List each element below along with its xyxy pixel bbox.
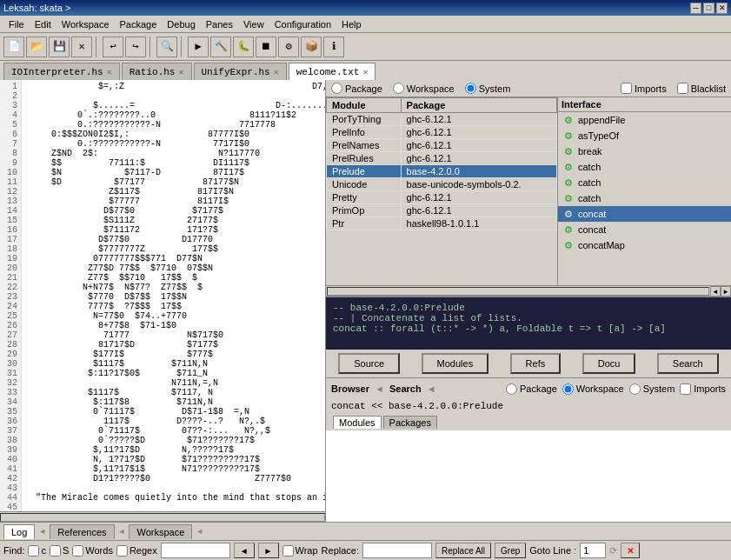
menu-file[interactable]: File: [3, 17, 30, 31]
grep-button[interactable]: Grep: [495, 543, 526, 558]
bottom-radio-sys-input[interactable]: [629, 383, 641, 395]
bottom-radio-package[interactable]: Package: [506, 383, 557, 395]
find-c-input[interactable]: [28, 545, 39, 557]
editor-hscroll[interactable]: [0, 511, 325, 522]
table-row[interactable]: PrelNamesghc-6.12.1: [327, 139, 557, 152]
interface-item-appendFile[interactable]: ⚙ appendFile: [558, 112, 731, 128]
goto-line-input[interactable]: [580, 543, 606, 558]
interface-item-asTypeOf[interactable]: ⚙ asTypeOf: [558, 128, 731, 143]
blacklist-checkbox[interactable]: [677, 83, 688, 94]
table-row[interactable]: Ptrhaskell98-1.0.1.1: [327, 217, 557, 230]
table-row[interactable]: PrelInfoghc-6.12.1: [327, 126, 557, 139]
table-row[interactable]: Unicodebase-unicode-symbols-0.2.: [327, 178, 557, 191]
tab-close-welcome[interactable]: ✕: [362, 67, 368, 77]
interface-item-catch1[interactable]: ⚙ catch: [558, 159, 731, 175]
redo-button[interactable]: ↪: [125, 37, 146, 57]
wrap-checkbox[interactable]: Wrap: [282, 545, 318, 557]
find-words-input[interactable]: [72, 545, 83, 557]
wrap-input[interactable]: [282, 545, 294, 557]
find-checkbox-c[interactable]: c: [28, 545, 46, 557]
find-checkbox-s[interactable]: S: [50, 545, 69, 557]
replace-text-input[interactable]: [362, 543, 432, 558]
menu-debug[interactable]: Debug: [162, 17, 200, 31]
menu-workspace[interactable]: Workspace: [56, 17, 115, 31]
checkbox-blacklist[interactable]: Blacklist: [677, 83, 726, 94]
module-hscroll[interactable]: ◄ ►: [326, 285, 731, 296]
refs-button[interactable]: Refs: [510, 353, 562, 374]
new-button[interactable]: 📄: [3, 37, 24, 57]
info-button[interactable]: ℹ: [323, 37, 344, 57]
interface-item-concat2[interactable]: ⚙ concat: [558, 222, 731, 237]
tab-ratio[interactable]: Ratio.hs ✕: [122, 63, 192, 80]
find-regex-input[interactable]: [116, 545, 128, 557]
replace-all-button[interactable]: Replace All: [435, 543, 491, 558]
table-row-selected[interactable]: Preludebase-4.2.0.0: [327, 165, 557, 178]
run-button[interactable]: ▶: [188, 37, 209, 57]
debug-button[interactable]: 🐛: [233, 37, 254, 57]
docu-button[interactable]: Docu: [582, 353, 636, 374]
menu-package[interactable]: Package: [115, 17, 163, 31]
radio-package-input[interactable]: [331, 83, 342, 94]
find-text-input[interactable]: [161, 543, 230, 558]
bottom-radio-workspace[interactable]: Workspace: [562, 383, 624, 395]
log-tab-references[interactable]: References: [50, 524, 114, 539]
open-button[interactable]: 📂: [26, 37, 47, 57]
bottom-radio-system[interactable]: System: [629, 383, 675, 395]
interface-item-catch2[interactable]: ⚙ catch: [558, 175, 731, 190]
radio-system-input[interactable]: [465, 83, 476, 94]
code-editor[interactable]: $=,:Z D7,......:$ $......= D-:........$ …: [22, 80, 325, 511]
find-next-button[interactable]: ►: [258, 543, 279, 558]
tab-unify-expr[interactable]: UnifyExpr.hs ✕: [194, 63, 287, 80]
menu-panes[interactable]: Panes: [201, 17, 238, 31]
settings-icon[interactable]: ⚙: [278, 37, 299, 57]
minimize-button[interactable]: ─: [690, 3, 701, 14]
checkbox-imports[interactable]: Imports: [621, 83, 667, 94]
table-row[interactable]: PorTyThingghc-6.12.1: [327, 113, 557, 126]
tab-welcome[interactable]: welcome.txt ✕: [289, 63, 376, 80]
close-file-button[interactable]: ✕: [71, 37, 92, 57]
modules-button[interactable]: Modules: [422, 353, 489, 374]
find-close-button[interactable]: ✕: [621, 543, 640, 558]
find-prev-button[interactable]: ◄: [234, 543, 255, 558]
table-row[interactable]: Prettyghc-6.12.1: [327, 191, 557, 204]
radio-workspace[interactable]: Workspace: [393, 83, 455, 94]
interface-item-catch3[interactable]: ⚙ catch: [558, 190, 731, 206]
interface-item-concatMap[interactable]: ⚙ concatMap: [558, 237, 731, 253]
save-button[interactable]: 💾: [49, 37, 70, 57]
table-row[interactable]: PrimOpghc-6.12.1: [327, 204, 557, 217]
undo-button[interactable]: ↩: [103, 37, 123, 57]
bottom-imports-input[interactable]: [680, 383, 691, 395]
menu-edit[interactable]: Edit: [30, 17, 56, 31]
menu-help[interactable]: Help: [336, 17, 367, 31]
build-button[interactable]: 🔨: [210, 37, 231, 57]
tab-close-unify[interactable]: ✕: [274, 67, 279, 77]
close-button[interactable]: ✕: [716, 3, 728, 14]
find-checkbox-regex[interactable]: Regex: [116, 545, 157, 557]
tab-io-interpreter[interactable]: IOInterpreter.hs ✕: [3, 63, 120, 80]
find-checkbox-words[interactable]: Words: [72, 545, 113, 557]
bottom-imports-checkbox[interactable]: Imports: [680, 383, 726, 395]
package-button[interactable]: 📦: [301, 37, 322, 57]
source-button[interactable]: Source: [338, 353, 400, 374]
interface-item-break[interactable]: ⚙ break: [558, 143, 731, 159]
radio-workspace-input[interactable]: [393, 83, 404, 94]
log-tab-workspace[interactable]: Workspace: [129, 524, 192, 539]
search-button[interactable]: Search: [657, 353, 719, 374]
radio-system[interactable]: System: [465, 83, 511, 94]
log-tab-log[interactable]: Log: [3, 524, 35, 539]
bottom-radio-ws-input[interactable]: [562, 383, 574, 395]
sub-tab-modules[interactable]: Modules: [333, 416, 382, 429]
search-icon[interactable]: 🔍: [156, 37, 177, 57]
bottom-radio-pkg-input[interactable]: [506, 383, 517, 395]
radio-package[interactable]: Package: [331, 83, 382, 94]
interface-item-concat-selected[interactable]: ⚙ concat: [558, 206, 731, 222]
tab-close-ratio[interactable]: ✕: [178, 67, 183, 77]
find-s-input[interactable]: [50, 545, 61, 557]
tab-close-io[interactable]: ✕: [107, 67, 112, 77]
window-controls[interactable]: ─ □ ✕: [690, 3, 728, 14]
imports-checkbox[interactable]: [621, 83, 632, 94]
scroll-right-btn[interactable]: ►: [721, 286, 731, 297]
sub-tab-packages[interactable]: Packages: [383, 416, 437, 429]
maximize-button[interactable]: □: [703, 3, 714, 14]
menu-configuration[interactable]: Configuration: [269, 17, 336, 31]
